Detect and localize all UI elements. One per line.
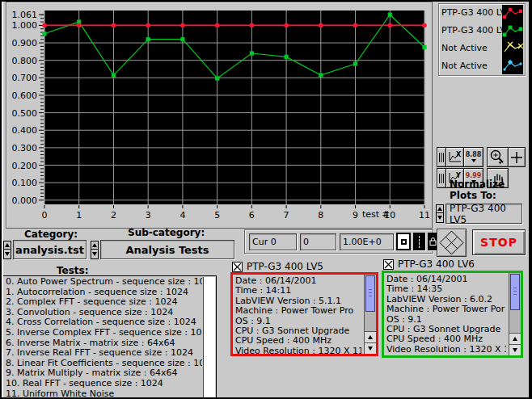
autoscale-x-button[interactable]: X [445,147,464,167]
window-border [0,0,532,2]
stepper-down-icon[interactable] [4,250,11,258]
cursor-y-field[interactable]: 1.00E+0 [340,233,394,250]
test-list-item[interactable]: 2. Complex FFT - sequence size : 1024 [3,297,202,308]
subcategory-stepper[interactable] [91,241,99,259]
checkbox-checked-icon[interactable] [232,262,243,272]
category-stepper[interactable] [3,241,11,259]
scroll-down-button[interactable] [365,342,376,354]
machine-info-line: Machine : Power Tower Pro [235,306,361,316]
autoscale-x-icon: X [447,150,462,164]
machine-checkbox-label: PTP-G3 400 LV6 [398,258,475,270]
scroll-up-button[interactable] [365,331,376,342]
subcategory-label: Sub-category: [128,227,205,238]
data-point [42,23,47,28]
scrollbar-thumb[interactable] [365,275,375,312]
stepper-up-icon[interactable] [91,242,98,250]
legend-entry-na2[interactable]: Not Active [441,58,488,74]
scroll-up-button[interactable] [509,333,521,344]
y-tick-label: 0.600 [12,90,38,101]
zoom-tool-button[interactable] [487,147,509,167]
cursor-name-field[interactable]: Cur 0 [249,233,297,250]
y-tick-label: 0.200 [12,161,38,171]
test-list-item[interactable]: 5. Inverse Complex FFT - sequence size :… [3,328,202,338]
test-list-item[interactable]: 0. Auto Power Spectrum - sequence size :… [3,277,202,288]
data-point [422,23,427,28]
machine-info-line: CPU Speed : 400 MHz [235,336,361,346]
benchmark-window: 0.0000.1000.2000.3000.4000.5000.6000.700… [0,0,532,399]
machine-info-line: Video Resolution : 1320 X 1150 [235,346,361,356]
y-tick-label: 0.100 [12,178,38,188]
checkbox-checked-icon[interactable] [383,259,394,270]
circle-marker-glyph [502,5,523,23]
square-marker-glyph [502,23,523,40]
square-icon [401,239,407,245]
panel-scrollbar[interactable] [364,275,376,354]
x-tick-label: 2 [111,210,116,220]
machine-info-line: Video Resolution : 1320 X 1150 [386,345,506,355]
stepper-up-icon[interactable] [437,205,443,213]
y-tick-label: 0.300 [12,143,38,153]
data-point [250,51,254,55]
scrollbar-thumb[interactable] [510,274,520,310]
data-point [215,23,220,28]
y-tick-label: 0.800 [12,56,38,66]
lock-icon [429,237,437,246]
stepper-up-icon[interactable] [4,242,11,250]
data-point [112,23,116,28]
graph-frame: 0.0000.1000.2000.3000.4000.5000.6000.700… [6,2,433,229]
machine-info-text: Date : 06/14/2001Time : 14:35LabVIEW Ver… [386,275,506,355]
machine-checkbox-row-lv5: PTP-G3 400 LV5 [232,261,323,272]
data-point [422,45,426,49]
data-point [146,37,150,41]
cursor-crosshair-button[interactable] [508,147,526,167]
benchmark-graph: 0.0000.1000.2000.3000.4000.5000.6000.700… [6,2,433,229]
legend-glyph-strip [502,5,523,74]
test-list-item[interactable]: 7. Inverse Real FFT - sequence size : 10… [3,348,202,359]
svg-text:X: X [456,151,462,158]
y-tick-label: 0.700 [12,73,38,83]
stepper-down-icon[interactable] [91,250,98,258]
x-tick-label: 1 [76,210,82,220]
cursor-x-field[interactable]: 0 [300,233,336,250]
subcategory-ring-select[interactable]: Analysis Tests [100,240,234,259]
crosshair-icon [510,151,523,164]
stepper-down-icon[interactable] [437,213,443,221]
machine-info-line: Time : 14:35 [386,284,506,294]
normalize-label-line1: Normalize [450,178,505,190]
legend-label: Not Active [441,43,488,53]
data-point [388,13,392,17]
machine-info-text: Date : 06/14/2001Time : 14:11LabVIEW Ver… [235,276,361,356]
normalize-ring-select[interactable]: PTP-G3 400 LV5 [445,204,522,224]
machine-info-panel-lv5: Date : 06/14/2001Time : 14:11LabVIEW Ver… [230,272,378,356]
category-ring-select[interactable]: analysis.tst [13,240,87,259]
cursor-palette: Cur 0 0 1.00E+0 [244,229,433,254]
stop-button[interactable]: STOP [472,229,526,255]
x-tick-label: 9 [353,210,358,220]
tests-scrollbar[interactable] [203,277,215,397]
y-tick-label: 0.000 [12,195,38,206]
test-list-item[interactable]: 10. Real FFT - sequence size : 1024 [3,379,202,389]
plot-area [44,10,424,204]
diamond-marker-glyph [502,57,523,75]
normalize-stepper[interactable] [436,204,444,223]
legend-entry-na1[interactable]: Not Active [441,40,488,57]
data-point [215,76,219,80]
x-format-icon: 8.88 [466,152,482,162]
data-point [387,23,392,28]
data-point [146,23,150,28]
x-tick-label: 6 [249,210,255,220]
x-tick-label: 3 [146,210,151,220]
plot-legend: PTP-G3 400 LV5 PTP-G3 400 LV6 Not Active… [438,3,526,76]
tests-label: Tests: [57,265,89,276]
cursor-select-button[interactable] [413,233,425,250]
magnifier-icon [488,149,507,166]
machine-info-line: CPU Speed : 400 MHz [386,334,506,344]
scroll-down-button[interactable] [509,344,521,355]
cursor-style-button[interactable] [396,233,411,250]
cursor-move-button[interactable] [437,229,467,257]
x-format-button[interactable]: 8.88 [463,147,483,167]
panel-scrollbar[interactable] [509,273,521,355]
y-tick-label: 0.400 [12,125,38,136]
x-tick-label: 7 [284,210,289,220]
data-point [180,23,185,28]
